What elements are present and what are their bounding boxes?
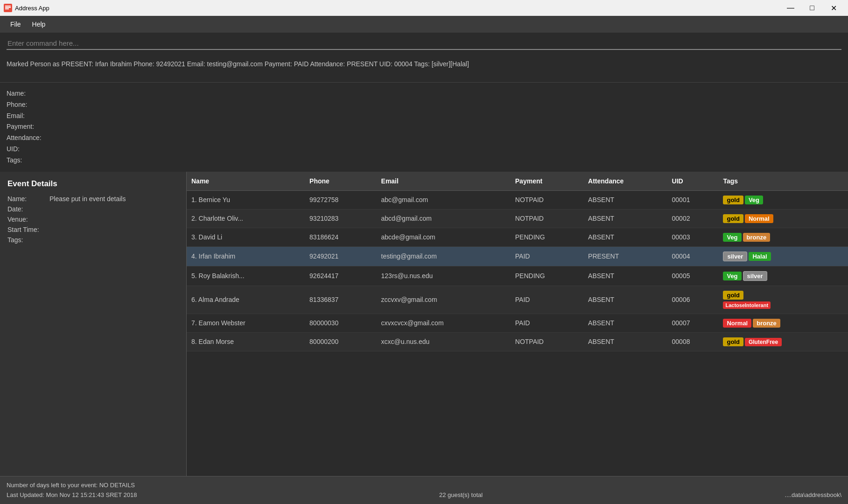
svg-rect-1 [5,6,11,7]
tag: Normal [745,214,773,223]
email-label: Email: [7,112,25,119]
cell-email: xcxc@u.nus.edu [377,332,511,351]
table-row[interactable]: 8. Edan Morse80000200xcxc@u.nus.eduNOTPA… [187,332,848,351]
tag: Veg [745,196,763,204]
cell-phone: 81336837 [305,286,376,314]
status-message: Marked Person as PRESENT: Irfan Ibrahim … [0,55,848,83]
cell-phone: 92492021 [305,246,376,266]
svg-rect-3 [5,8,9,9]
cell-tags: silverHalal [718,246,848,266]
cell-name: 3. David Li [187,228,305,246]
menu-file[interactable]: File [5,19,27,30]
tags-label: Tags: [7,156,22,164]
tag: gold [723,291,743,300]
cell-payment: PENDING [511,266,583,286]
cell-tags: Vegsilver [718,266,848,286]
cell-payment: NOTPAID [511,190,583,209]
cell-payment: PAID [511,246,583,266]
col-payment: Payment [511,172,583,191]
cell-tags: Vegbronze [718,228,848,246]
tag: bronze [753,319,780,328]
person-table: Name Phone Email Payment Attendance UID … [187,172,848,351]
cell-tags: Normalbronze [718,314,848,332]
table-row[interactable]: 2. Charlotte Oliv...93210283abcd@gmail.c… [187,209,848,228]
file-path-text: ....data\addressbook\ [785,490,841,500]
cell-name: 6. Alma Andrade [187,286,305,314]
cell-tags: goldVeg [718,190,848,209]
event-start-label: Start Time: [7,226,49,233]
event-name-value: Please put in event details [49,195,126,203]
cell-attendance: PRESENT [583,246,667,266]
svg-rect-2 [5,7,11,8]
cell-payment: NOTPAID [511,209,583,228]
cell-email: abcd@gmail.com [377,209,511,228]
last-updated-text: Last Updated: Mon Nov 12 15:21:43 SRET 2… [7,490,137,500]
cell-phone: 93210283 [305,209,376,228]
menubar: File Help [0,16,848,33]
command-area [0,33,848,55]
menu-help[interactable]: Help [27,19,51,30]
table-row[interactable]: 1. Bernice Yu99272758abc@gmail.comNOTPAI… [187,190,848,209]
tag: gold [723,337,743,346]
table-row[interactable]: 6. Alma Andrade81336837zccvxv@gmail.comP… [187,286,848,314]
uid-label: UID: [7,145,20,153]
cell-attendance: ABSENT [583,286,667,314]
cell-uid: 00006 [667,286,719,314]
cell-uid: 00005 [667,266,719,286]
tag: LactoseIntolerant [723,301,771,309]
payment-label: Payment: [7,123,34,130]
cell-attendance: ABSENT [583,228,667,246]
cell-email: zccvxv@gmail.com [377,286,511,314]
app-icon [4,4,12,12]
cell-phone: 99272758 [305,190,376,209]
status-text: Marked Person as PRESENT: Irfan Ibrahim … [7,60,469,68]
table-row[interactable]: 3. David Li83186624abcde@gmail.comPENDIN… [187,228,848,246]
table-panel: Name Phone Email Payment Attendance UID … [187,172,848,476]
cell-email: abcde@gmail.com [377,228,511,246]
cell-email: cxvxcvcx@gmail.com [377,314,511,332]
close-button[interactable]: ✕ [823,0,844,16]
cell-name: 8. Edan Morse [187,332,305,351]
tag: silver [743,271,767,281]
cell-uid: 00007 [667,314,719,332]
person-details: Name: Phone: Email: Payment: Attendance:… [0,83,848,172]
event-tags-label: Tags: [7,236,49,244]
table-row[interactable]: 4. Irfan Ibrahim92492021testing@gmail.co… [187,246,848,266]
col-phone: Phone [305,172,376,191]
cell-email: abc@gmail.com [377,190,511,209]
cell-tags: goldLactoseIntolerant [718,286,848,314]
col-tags: Tags [718,172,848,191]
tag: silver [723,252,747,261]
cell-name: 7. Eamon Webster [187,314,305,332]
cell-attendance: ABSENT [583,209,667,228]
cell-phone: 80000030 [305,314,376,332]
main-content: Event Details Name: Please put in event … [0,172,848,476]
cell-email: testing@gmail.com [377,246,511,266]
col-attendance: Attendance [583,172,667,191]
col-email: Email [377,172,511,191]
cell-attendance: ABSENT [583,190,667,209]
app-title: Address App [15,5,780,12]
cell-payment: PENDING [511,228,583,246]
tag: GlutenFree [745,338,782,346]
cell-tags: goldNormal [718,209,848,228]
name-label: Name: [7,90,26,97]
cell-name: 2. Charlotte Oliv... [187,209,305,228]
cell-attendance: ABSENT [583,332,667,351]
table-row[interactable]: 7. Eamon Webster80000030cxvxcvcx@gmail.c… [187,314,848,332]
cell-name: 4. Irfan Ibrahim [187,246,305,266]
maximize-button[interactable]: □ [801,0,823,16]
attendance-label: Attendance: [7,134,42,141]
minimize-button[interactable]: — [780,0,801,16]
cell-payment: PAID [511,286,583,314]
tag: Veg [723,272,741,280]
guest-count-text: 22 guest(s) total [439,490,483,500]
cell-uid: 00008 [667,332,719,351]
command-input[interactable] [7,37,841,50]
col-uid: UID [667,172,719,191]
table-header-row: Name Phone Email Payment Attendance UID … [187,172,848,191]
table-row[interactable]: 5. Roy Balakrish...92624417123rs@u.nus.e… [187,266,848,286]
tag: gold [723,196,743,204]
tag: Veg [723,233,741,242]
titlebar: Address App — □ ✕ [0,0,848,16]
